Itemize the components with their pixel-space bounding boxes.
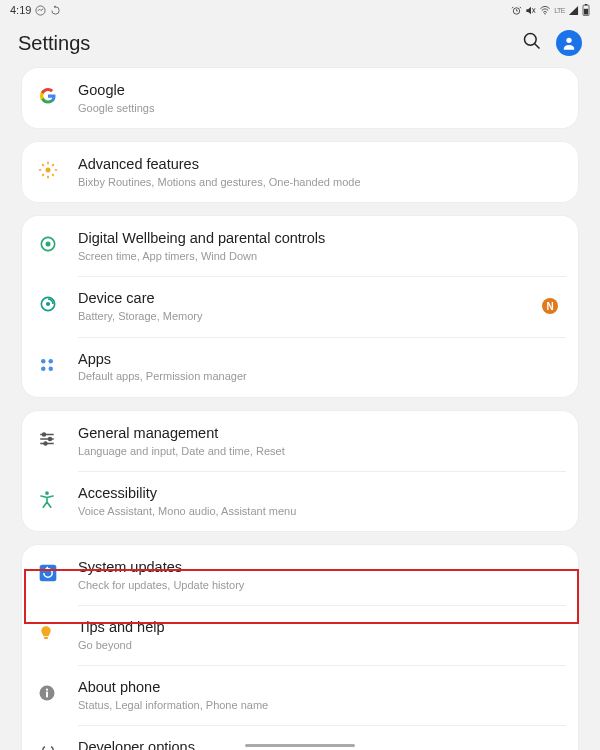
page-title: Settings: [18, 32, 90, 55]
accessibility-icon: [38, 489, 56, 513]
svg-point-7: [566, 38, 571, 43]
row-title: Advanced features: [78, 155, 562, 174]
settings-card: Google Google settings: [22, 68, 578, 128]
lightbulb-icon: [38, 623, 54, 647]
status-time: 4:19: [10, 4, 31, 16]
row-sub: Screen time, App timers, Wind Down: [78, 249, 562, 263]
lte-label: LTE: [554, 7, 565, 14]
sync-icon: [50, 5, 61, 16]
notification-badge: N: [542, 298, 558, 314]
navigation-handle[interactable]: [245, 744, 355, 747]
row-sub: Google settings: [78, 101, 562, 115]
row-sub: Bixby Routines, Motions and gestures, On…: [78, 175, 562, 189]
apps-icon: [38, 356, 56, 378]
alarm-icon: [511, 5, 522, 16]
mute-icon: [525, 5, 536, 16]
svg-rect-4: [585, 4, 587, 5]
wellbeing-icon: [38, 234, 58, 258]
settings-card: General management Language and input, D…: [22, 411, 578, 531]
wifi-icon: [539, 5, 551, 16]
account-avatar[interactable]: [556, 30, 582, 56]
row-title: Device care: [78, 289, 542, 308]
device-care-icon: [38, 294, 58, 318]
row-google[interactable]: Google Google settings: [22, 68, 578, 128]
svg-point-15: [41, 366, 46, 371]
row-title: Apps: [78, 350, 562, 369]
settings-header: Settings: [0, 20, 600, 68]
settings-card: System updates Check for updates, Update…: [22, 545, 578, 750]
info-icon: [38, 684, 56, 706]
row-sub: Default apps, Permission manager: [78, 369, 562, 383]
settings-card: Digital Wellbeing and parental controls …: [22, 216, 578, 396]
svg-point-13: [41, 359, 46, 364]
row-title: System updates: [78, 558, 562, 577]
row-title: Accessibility: [78, 484, 562, 503]
settings-list: Google Google settings Advanced features…: [0, 68, 600, 750]
svg-point-17: [43, 433, 46, 436]
status-bar: 4:19 LTE: [0, 0, 600, 20]
row-title: Tips and help: [78, 618, 562, 637]
row-sub: Battery, Storage, Memory: [78, 309, 542, 323]
row-device-care[interactable]: Device care Battery, Storage, Memory N: [22, 276, 578, 336]
row-tips-help[interactable]: Tips and help Go beyond: [22, 605, 578, 665]
code-braces-icon: [38, 744, 58, 750]
svg-rect-22: [44, 637, 48, 639]
row-system-updates[interactable]: System updates Check for updates, Update…: [22, 545, 578, 605]
messenger-icon: [35, 5, 46, 16]
row-sub: Language and input, Date and time, Reset: [78, 444, 562, 458]
row-accessibility[interactable]: Accessibility Voice Assistant, Mono audi…: [22, 471, 578, 531]
row-title: About phone: [78, 678, 562, 697]
row-general-management[interactable]: General management Language and input, D…: [22, 411, 578, 471]
gear-advanced-icon: [38, 160, 58, 184]
settings-card: Advanced features Bixby Routines, Motion…: [22, 142, 578, 202]
svg-point-19: [44, 442, 47, 445]
system-updates-icon: [38, 563, 58, 587]
signal-icon: [568, 5, 579, 16]
row-digital-wellbeing[interactable]: Digital Wellbeing and parental controls …: [22, 216, 578, 276]
svg-point-24: [46, 689, 48, 691]
row-title: General management: [78, 424, 562, 443]
row-advanced-features[interactable]: Advanced features Bixby Routines, Motion…: [22, 142, 578, 202]
svg-rect-5: [584, 9, 588, 15]
battery-icon: [582, 4, 590, 16]
svg-point-18: [49, 437, 52, 440]
row-apps[interactable]: Apps Default apps, Permission manager: [22, 337, 578, 397]
svg-point-12: [46, 302, 50, 306]
row-title: Google: [78, 81, 562, 100]
svg-point-20: [45, 491, 49, 495]
svg-point-10: [46, 242, 51, 247]
row-about-phone[interactable]: About phone Status, Legal information, P…: [22, 665, 578, 725]
svg-point-6: [525, 34, 537, 46]
row-sub: Check for updates, Update history: [78, 578, 562, 592]
row-sub: Status, Legal information, Phone name: [78, 698, 562, 712]
google-icon: [38, 86, 58, 110]
svg-rect-25: [46, 692, 48, 698]
svg-point-16: [49, 366, 54, 371]
svg-point-2: [544, 13, 545, 14]
row-sub: Go beyond: [78, 638, 562, 652]
svg-point-14: [49, 359, 54, 364]
row-title: Digital Wellbeing and parental controls: [78, 229, 562, 248]
search-icon[interactable]: [522, 31, 542, 55]
sliders-icon: [38, 430, 56, 452]
row-sub: Voice Assistant, Mono audio, Assistant m…: [78, 504, 562, 518]
svg-point-8: [46, 168, 51, 173]
